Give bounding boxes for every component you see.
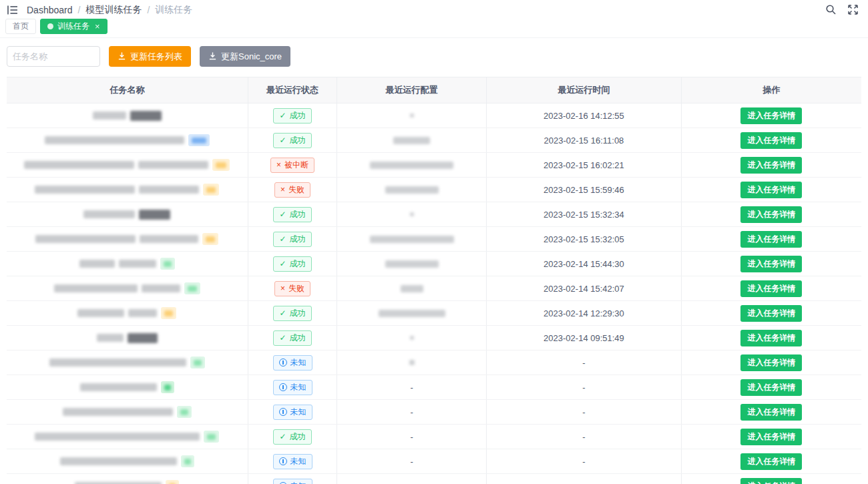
enter-task-detail-button[interactable]: 进入任务详情 <box>740 478 802 484</box>
status-cell: 未知 <box>248 375 337 399</box>
status-badge: 未知 <box>273 380 312 395</box>
column-header-run-config: 最近运行配置 <box>337 77 486 103</box>
update-sonic-core-button[interactable]: 更新Sonic_core <box>200 46 290 67</box>
search-icon[interactable] <box>825 4 837 15</box>
enter-task-detail-button[interactable]: 进入任务详情 <box>740 429 802 445</box>
status-cell: 未知 <box>248 449 337 473</box>
enter-task-detail-button[interactable]: 进入任务详情 <box>740 404 802 421</box>
masked-task-name <box>142 284 180 292</box>
status-label: 成功 <box>290 258 306 270</box>
button-label: 更新任务列表 <box>130 51 182 63</box>
masked-tag-text <box>207 434 216 440</box>
table-header: 任务名称 最近运行状态 最近运行配置 最近运行时间 操作 <box>7 77 861 103</box>
table-row: ✓成功2023-02-14 15:44:30进入任务详情 <box>7 252 861 276</box>
enter-task-detail-button[interactable]: 进入任务详情 <box>740 330 802 346</box>
action-cell: 进入任务详情 <box>681 375 861 399</box>
enter-task-detail-button[interactable]: 进入任务详情 <box>740 132 802 149</box>
action-cell: 进入任务详情 <box>681 326 861 350</box>
toolbar: 更新任务列表 更新Sonic_core <box>7 46 861 67</box>
active-dot-icon <box>47 23 53 29</box>
masked-task-name <box>139 186 199 194</box>
status-badge: ×失败 <box>274 182 310 198</box>
enter-task-detail-button[interactable]: 进入任务详情 <box>740 182 802 198</box>
enter-task-detail-button[interactable]: 进入任务详情 <box>740 453 802 470</box>
time-cell: 2023-02-15 15:32:05 <box>486 227 681 251</box>
masked-task-name <box>130 111 162 121</box>
status-cell: ×被中断 <box>248 153 337 177</box>
table-row: ×失败2023-02-15 15:59:46进入任务详情 <box>7 178 861 202</box>
enter-task-detail-button[interactable]: 进入任务详情 <box>740 280 802 297</box>
tab-home[interactable]: 首页 <box>5 19 36 34</box>
enter-task-detail-button[interactable]: 进入任务详情 <box>740 379 802 396</box>
status-label: 成功 <box>290 308 306 319</box>
status-badge: 未知 <box>273 454 312 469</box>
time-cell: 2023-02-16 14:12:55 <box>486 103 681 128</box>
time-cell: 2023-02-15 16:11:08 <box>486 128 681 152</box>
status-badge: ✓成功 <box>273 108 311 124</box>
task-name-cell <box>7 202 248 226</box>
task-name-cell <box>7 326 248 350</box>
fullscreen-icon[interactable] <box>847 4 859 15</box>
status-cell: ✓成功 <box>248 326 337 350</box>
table-row: ×失败2023-02-14 15:42:07进入任务详情 <box>7 276 861 301</box>
masked-task-name <box>35 433 200 441</box>
config-cell <box>337 350 486 375</box>
time-cell: 2023-02-14 09:51:49 <box>486 326 681 350</box>
table-row: ×被中断2023-02-15 16:02:21进入任务详情 <box>7 153 861 178</box>
close-icon[interactable]: × <box>95 22 100 31</box>
enter-task-detail-button[interactable]: 进入任务详情 <box>740 256 802 272</box>
masked-tag-text <box>164 385 171 391</box>
info-circle-icon <box>279 383 287 391</box>
masked-config <box>410 336 414 340</box>
masked-tag-text <box>192 138 206 144</box>
status-label: 成功 <box>290 431 306 443</box>
masked-task-name <box>24 161 134 169</box>
config-cell <box>337 252 486 276</box>
masked-config <box>410 212 414 216</box>
cross-icon: × <box>276 161 281 169</box>
tab-training-tasks[interactable]: 训练任务 × <box>40 19 107 34</box>
table-row: 未知--进入任务详情 <box>7 449 861 474</box>
task-name-input[interactable] <box>7 46 100 67</box>
status-label: 未知 <box>290 382 306 393</box>
enter-task-detail-button[interactable]: 进入任务详情 <box>740 206 802 223</box>
config-cell <box>337 202 486 226</box>
tags-bar: 首页 训练任务 × <box>0 18 868 38</box>
time-cell: - <box>486 474 681 484</box>
status-label: 未知 <box>290 357 306 369</box>
table-row: 未知--进入任务详情 <box>7 375 861 400</box>
enter-task-detail-button[interactable]: 进入任务详情 <box>740 157 802 174</box>
masked-task-name <box>80 383 157 391</box>
config-cell <box>337 103 486 128</box>
enter-task-detail-button[interactable]: 进入任务详情 <box>740 107 802 124</box>
enter-task-detail-button[interactable]: 进入任务详情 <box>740 305 802 322</box>
check-icon: ✓ <box>279 111 286 119</box>
masked-tag-text <box>194 360 202 366</box>
action-cell: 进入任务详情 <box>681 400 861 424</box>
task-tag-green_bright <box>161 381 174 393</box>
breadcrumb-item-model-training[interactable]: 模型训练任务 <box>85 4 142 16</box>
status-cell: ×失败 <box>248 276 337 300</box>
masked-task-name <box>63 408 173 416</box>
enter-task-detail-button[interactable]: 进入任务详情 <box>740 354 802 371</box>
masked-task-name <box>35 186 135 194</box>
status-label: 失败 <box>288 184 304 196</box>
task-name-cell <box>7 375 248 399</box>
action-cell: 进入任务详情 <box>681 425 861 449</box>
status-cell: 未知 <box>248 400 337 424</box>
enter-task-detail-button[interactable]: 进入任务详情 <box>740 231 802 248</box>
time-cell: 2023-02-15 16:02:21 <box>486 153 681 177</box>
masked-task-name <box>54 284 138 292</box>
info-circle-icon <box>279 457 287 465</box>
task-tag-yellow <box>161 307 176 319</box>
status-label: 成功 <box>290 209 306 220</box>
breadcrumb-item-dashboard[interactable]: Dashboard <box>27 5 73 15</box>
masked-tag-text <box>188 286 197 292</box>
masked-config <box>385 260 439 268</box>
download-icon <box>118 51 126 62</box>
status-badge: ✓成功 <box>273 207 311 222</box>
menu-collapse-icon[interactable] <box>7 5 19 15</box>
config-cell: - <box>337 400 486 424</box>
column-header-actions: 操作 <box>681 77 861 103</box>
update-task-list-button[interactable]: 更新任务列表 <box>109 46 191 67</box>
